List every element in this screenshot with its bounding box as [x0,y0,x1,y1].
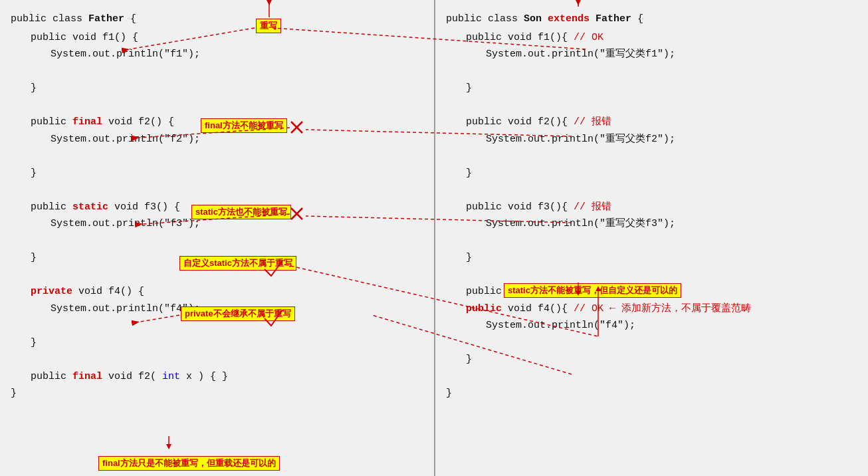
right-blank-4 [446,181,857,199]
right-line-5: } [446,80,857,97]
right-line-23: } [446,385,857,402]
annotation-final-no-override: final方法不能被重写 [201,118,287,133]
right-blank-7 [446,334,857,352]
left-line-8: System.out.println("f2"); [11,131,423,148]
annotation-static-no-override: static方法也不能被重写 [191,205,291,219]
right-line-19: System.out.println("f4"); [446,317,857,334]
right-line-13: System.out.println("重写父类f3"); [446,215,857,233]
left-line-3: System.out.println("f1"); [11,46,423,63]
annotation-custom-static: 自定义static方法不属于重写 [179,256,296,271]
left-line-20: } [11,334,423,352]
right-line-18: public void f4(){ // OK ← 添加新方法，不属于覆盖范畴 [446,300,857,318]
left-line-10: } [11,165,423,182]
right-line-12: public void f3(){ // 报错 [446,199,857,216]
annotation-final-overload-ok: final方法只是不能被重写，但重载还是可以的 [98,456,280,471]
annotation-rewrite: 重写 [256,19,281,33]
left-blank-7 [11,351,423,368]
annotation-private-no-inherit: private不会继承不属于重写 [181,306,295,321]
right-blank-2 [446,97,857,114]
left-line-17: private void f4() { [11,283,423,300]
right-line-1: public class Son extends Father { [446,11,857,28]
right-line-2: public void f1(){ // OK [446,29,857,47]
right-blank-1 [446,63,857,80]
right-line-3: System.out.println("重写父类f1"); [446,46,857,63]
right-blank-8 [446,368,857,386]
left-line-4 [11,63,423,80]
right-line-8: System.out.println("重写父类f2"); [446,131,857,148]
left-line-1: public class Father { [11,11,423,28]
right-blank-6 [446,267,857,284]
left-blank-4 [11,233,423,250]
left-blank-1 [11,97,423,114]
left-line-5: } [11,80,423,97]
annotation-static-custom-ok: static方法不能被重写，但自定义还是可以的 [504,283,681,298]
right-line-7: public void f2(){ // 报错 [446,114,857,131]
right-panel: public class Son extends Father { public… [435,0,868,476]
right-line-10: } [446,165,857,182]
right-line-21: } [446,351,857,368]
left-panel: public class Father { public void f1() {… [0,0,434,476]
left-line-23: } [11,385,423,402]
left-blank-2 [11,148,423,165]
left-blank-3 [11,181,423,199]
right-blank-3 [446,148,857,165]
right-line-15: } [446,249,857,267]
left-line-2: public void f1() { [11,29,423,47]
left-line-22: public final void f2( int x ) { } [11,368,423,386]
right-blank-5 [446,233,857,250]
